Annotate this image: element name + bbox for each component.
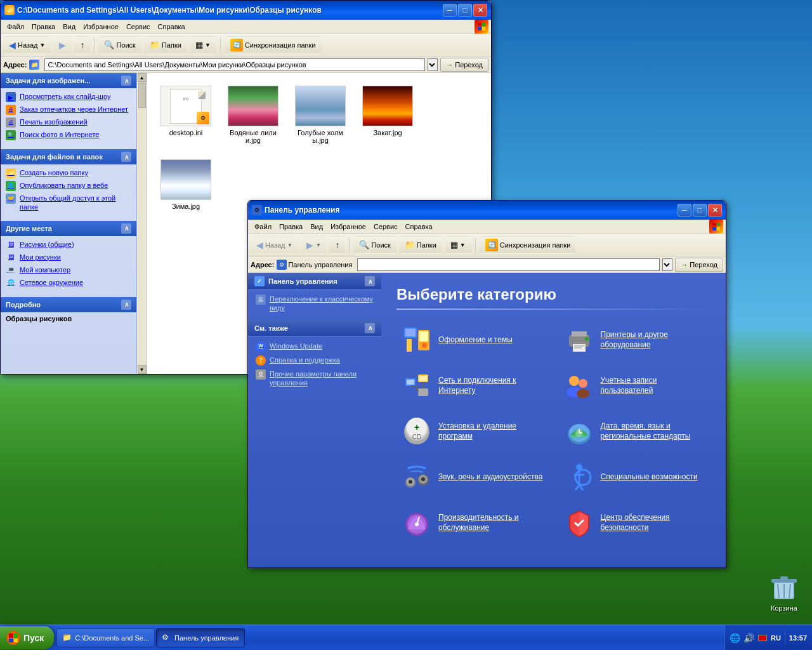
address-input[interactable]	[44, 58, 425, 71]
cp-search-button[interactable]: 🔍 Поиск	[353, 236, 396, 254]
slideshow-link[interactable]: ▶ Просмотреть как слайд-шоу	[6, 91, 131, 103]
views-button[interactable]: ▦ ▼	[190, 36, 216, 54]
windows-update-icon: W	[256, 342, 266, 352]
file-item-bluehills[interactable]: Голубые холмы.jpg	[292, 83, 349, 147]
cp-menu-favorites[interactable]: Избранное	[327, 222, 370, 232]
folders-button[interactable]: 📁 Папки	[144, 36, 187, 54]
recycle-bin-image	[769, 573, 799, 603]
menu-file[interactable]: Файл	[3, 22, 28, 32]
category-network[interactable]: Сеть и подключения к Интернету	[396, 366, 549, 406]
scrollbar-thumb[interactable]	[138, 83, 146, 108]
cp-folders-button[interactable]: 📁 Папки	[399, 236, 442, 254]
share-link[interactable]: 🤝 Открыть общий доступ к этой папке	[6, 192, 131, 213]
cp-close-button[interactable]: ✕	[708, 204, 722, 216]
image-tasks-collapse[interactable]: ∧	[121, 76, 131, 86]
see-also-collapse[interactable]: ∧	[365, 323, 375, 333]
network-link[interactable]: 🌐 Сетевое окружение	[6, 277, 131, 289]
svg-rect-1	[405, 329, 416, 336]
menu-view[interactable]: Вид	[59, 22, 79, 32]
help-support-link[interactable]: ? Справка и поддержка	[256, 354, 374, 368]
category-sound[interactable]: Звук, речь и аудиоустройства	[396, 457, 549, 498]
cp-title-divider	[396, 308, 710, 310]
menu-tools[interactable]: Сервис	[122, 22, 154, 32]
cp-menu-view[interactable]: Вид	[306, 222, 327, 232]
forward-button[interactable]: ▶	[53, 36, 72, 54]
details-collapse[interactable]: ∧	[121, 300, 131, 310]
recycle-bin-icon[interactable]: Корзина	[769, 573, 799, 612]
print-link[interactable]: 🖨 Печать изображений	[6, 116, 131, 129]
category-performance[interactable]: Производительность и обслуживание	[396, 503, 549, 543]
details-header[interactable]: Подробно ∧	[1, 297, 136, 312]
order-prints-link[interactable]: 🖨 Заказ отпечатков через Интернет	[6, 103, 131, 116]
cp-minimize-button[interactable]: ─	[678, 204, 691, 216]
category-accessibility[interactable]: Специальные возможности	[559, 457, 711, 498]
see-also-header[interactable]: См. также ∧	[248, 320, 381, 337]
taskbar-cp-item[interactable]: ⚙ Панель управления	[156, 628, 245, 647]
file-tasks-header[interactable]: Задачи для файлов и папок ∧	[1, 149, 136, 164]
other-places-header[interactable]: Другие места ∧	[1, 221, 136, 236]
go-button[interactable]: → Переход	[440, 58, 488, 72]
category-addremove[interactable]: + CD Установка и удаление программ	[396, 411, 549, 452]
cp-menu-tools[interactable]: Сервис	[370, 222, 402, 232]
scrollbar-up-button[interactable]: ▲	[138, 73, 147, 82]
cp-forward-button[interactable]: ▶ ▼	[301, 236, 327, 254]
sunset-label: Закат.jpg	[373, 129, 402, 136]
file-item-waterlilies[interactable]: Водяные лилии.jpg	[225, 83, 282, 147]
other-settings-link[interactable]: ⚙ Прочие параметры панели управления	[256, 368, 374, 390]
search-button[interactable]: 🔍 Поиск	[98, 36, 141, 54]
menu-help[interactable]: Справка	[154, 22, 189, 32]
category-accounts[interactable]: Учетные записи пользователей	[559, 366, 711, 406]
category-security[interactable]: Центр обеспечения безопасности	[559, 503, 711, 543]
network-tray-icon[interactable]: 🌐	[730, 633, 740, 643]
my-pics-link[interactable]: 🖼 Мои рисунки	[6, 251, 131, 264]
menu-favorites[interactable]: Избранное	[79, 22, 122, 32]
cp-maximize-button[interactable]: □	[693, 204, 707, 216]
category-appearance[interactable]: Оформление и темы	[396, 320, 549, 361]
file-item-sunset[interactable]: Закат.jpg	[359, 83, 416, 147]
explorer-close-button[interactable]: ✕	[473, 4, 487, 17]
my-computer-link[interactable]: 💻 Мой компьютер	[6, 264, 131, 277]
volume-tray-icon[interactable]: 🔊	[744, 633, 754, 643]
cp-views-button[interactable]: ▦ ▼	[445, 236, 471, 254]
start-button[interactable]: Пуск	[0, 627, 54, 649]
cp-menu-help[interactable]: Справка	[402, 222, 436, 232]
file-item-winter[interactable]: Зима.jpg	[157, 157, 214, 213]
file-tasks-collapse[interactable]: ∧	[121, 152, 131, 162]
cp-up-button[interactable]: ↑	[329, 236, 345, 254]
cp-back-button[interactable]: ◀ Назад ▼	[251, 236, 298, 254]
windows-update-link[interactable]: W Windows Update	[256, 340, 374, 354]
cp-address-input-area[interactable]	[357, 258, 660, 271]
up-button[interactable]: ↑	[74, 36, 90, 54]
help-icon: ?	[256, 355, 266, 366]
menu-edit[interactable]: Правка	[28, 22, 59, 32]
cp-nav-header[interactable]: ✓ Панель управления ∧	[248, 273, 381, 290]
taskbar-explorer-item[interactable]: 📁 C:\Documents and Se...	[56, 628, 155, 647]
back-button[interactable]: ◀ Назад ▼	[3, 36, 51, 54]
sidebar-scrollbar[interactable]: ▲ ▼	[137, 73, 147, 374]
shared-pics-link[interactable]: 🖼 Рисунки (общие)	[6, 239, 131, 251]
cp-menu-edit[interactable]: Правка	[275, 222, 306, 232]
winter-thumbnail	[160, 159, 211, 200]
search-web-link[interactable]: 🔍 Поиск фото в Интернете	[6, 129, 131, 142]
publish-link[interactable]: 🌐 Опубликовать папку в вебе	[6, 180, 131, 192]
cp-menu-file[interactable]: Файл	[251, 222, 275, 232]
new-folder-link[interactable]: 📁 Создать новую папку	[6, 167, 131, 180]
accounts-icon	[564, 371, 594, 401]
sync-button[interactable]: 🔄 Синхронизация папки	[225, 36, 322, 54]
other-places-collapse[interactable]: ∧	[121, 223, 131, 234]
cp-nav-collapse[interactable]: ∧	[365, 276, 375, 286]
cp-go-button[interactable]: → Переход	[675, 258, 723, 272]
image-tasks-header[interactable]: Задачи для изображен... ∧	[1, 73, 136, 88]
category-printers[interactable]: Принтеры и другое оборудование	[559, 320, 711, 361]
classic-view-link[interactable]: ⊞ Переключение к классическому виду	[256, 293, 374, 315]
explorer-maximize-button[interactable]: □	[458, 4, 472, 17]
explorer-minimize-button[interactable]: ─	[443, 4, 457, 17]
cp-toolbar-sep1	[349, 237, 350, 253]
cp-sync-button[interactable]: 🔄 Синхронизация папки	[480, 236, 577, 254]
cp-address-dropdown[interactable]	[662, 258, 672, 271]
category-datetime[interactable]: Дата, время, язык и региональные стандар…	[559, 411, 711, 452]
scrollbar-down-button[interactable]: ▼	[138, 365, 147, 374]
file-item-desktop-ini[interactable]: ini ⚙ desktop.ini	[157, 83, 214, 147]
address-dropdown[interactable]	[428, 58, 438, 71]
control-panel-window: ⚙ Панель управления ─ □ ✕ Файл Правка Ви…	[247, 200, 726, 568]
